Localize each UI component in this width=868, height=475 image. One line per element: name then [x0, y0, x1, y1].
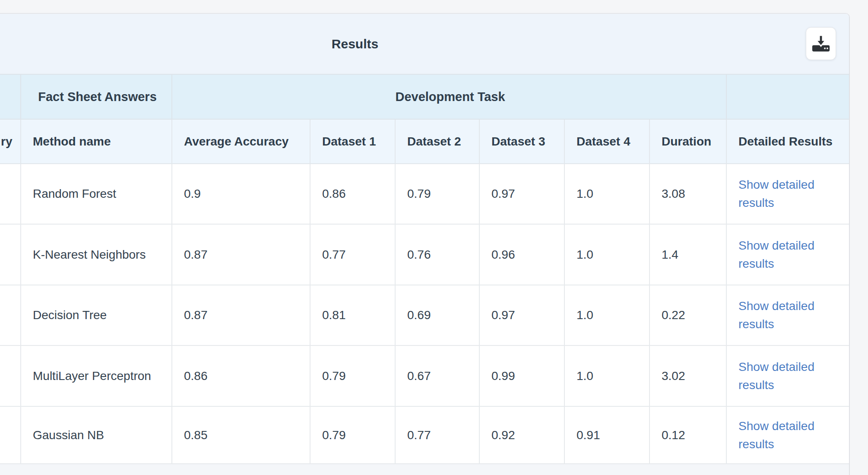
show-detailed-results-link[interactable]: Show detailed results — [738, 237, 840, 273]
dataset-1-cell: 0.77 — [310, 224, 395, 285]
column-header-method-name: Method name — [21, 119, 172, 164]
table-row: MultiLayer Perceptron 0.86 0.79 0.67 0.9… — [0, 345, 850, 406]
column-header-duration: Duration — [649, 119, 726, 164]
results-header-band: Results — [0, 14, 849, 74]
method-name-cell: Random Forest — [21, 164, 172, 224]
column-header-truncated: ry — [0, 119, 21, 164]
detailed-results-cell: Show detailed results — [726, 406, 850, 464]
duration-cell: 3.02 — [649, 345, 726, 406]
average-accuracy-cell: 0.86 — [172, 345, 310, 406]
method-name-cell: MultiLayer Perceptron — [21, 345, 172, 406]
table-row: Random Forest 0.9 0.86 0.79 0.97 1.0 3.0… — [0, 164, 850, 224]
row-leading-cell — [0, 164, 21, 224]
column-header-row: ry Method name Average Accuracy Dataset … — [0, 119, 850, 164]
results-panel: Results Fact Sheet Answ — [0, 13, 850, 475]
dataset-3-cell: 0.97 — [479, 285, 564, 345]
dataset-1-cell: 0.79 — [310, 345, 395, 406]
table-row: Decision Tree 0.87 0.81 0.69 0.97 1.0 0.… — [0, 285, 850, 345]
duration-cell: 3.08 — [649, 164, 726, 224]
detailed-results-cell: Show detailed results — [726, 345, 850, 406]
detailed-results-cell: Show detailed results — [726, 164, 850, 224]
column-header-dataset-3: Dataset 3 — [479, 119, 564, 164]
detailed-results-cell: Show detailed results — [726, 285, 850, 345]
duration-cell: 0.22 — [649, 285, 726, 345]
method-name-cell: K-Nearest Neighbors — [21, 224, 172, 285]
average-accuracy-cell: 0.87 — [172, 224, 310, 285]
show-detailed-results-link[interactable]: Show detailed results — [738, 358, 840, 394]
download-button[interactable] — [806, 27, 836, 60]
dataset-1-cell: 0.79 — [310, 406, 395, 464]
row-leading-cell — [0, 406, 21, 464]
dataset-2-cell: 0.69 — [395, 285, 479, 345]
results-table: Fact Sheet Answers Development Task ry M… — [0, 74, 850, 464]
show-detailed-results-link[interactable]: Show detailed results — [738, 297, 840, 333]
group-header-development-task: Development Task — [172, 74, 726, 119]
average-accuracy-cell: 0.85 — [172, 406, 310, 464]
dataset-3-cell: 0.99 — [479, 345, 564, 406]
row-leading-cell — [0, 224, 21, 285]
dataset-4-cell: 0.91 — [564, 406, 649, 464]
dataset-4-cell: 1.0 — [564, 164, 649, 224]
group-header-leading — [0, 74, 21, 119]
table-row: K-Nearest Neighbors 0.87 0.77 0.76 0.96 … — [0, 224, 850, 285]
group-header-row: Fact Sheet Answers Development Task — [0, 74, 850, 119]
show-detailed-results-link[interactable]: Show detailed results — [738, 176, 840, 212]
column-header-detailed-results: Detailed Results — [726, 119, 850, 164]
row-leading-cell — [0, 285, 21, 345]
detailed-results-cell: Show detailed results — [726, 224, 850, 285]
dataset-2-cell: 0.76 — [395, 224, 479, 285]
dataset-3-cell: 0.97 — [479, 164, 564, 224]
dataset-1-cell: 0.81 — [310, 285, 395, 345]
dataset-4-cell: 1.0 — [564, 345, 649, 406]
method-name-cell: Decision Tree — [21, 285, 172, 345]
show-detailed-results-link[interactable]: Show detailed results — [738, 417, 840, 453]
download-tray-icon — [811, 33, 831, 54]
dataset-2-cell: 0.79 — [395, 164, 479, 224]
column-header-dataset-4: Dataset 4 — [564, 119, 649, 164]
column-header-dataset-2: Dataset 2 — [395, 119, 479, 164]
average-accuracy-cell: 0.87 — [172, 285, 310, 345]
group-header-fact-sheet: Fact Sheet Answers — [21, 74, 172, 119]
column-header-average-accuracy: Average Accuracy — [172, 119, 310, 164]
average-accuracy-cell: 0.9 — [172, 164, 310, 224]
row-leading-cell — [0, 345, 21, 406]
duration-cell: 0.12 — [649, 406, 726, 464]
page-title: Results — [332, 37, 378, 51]
dataset-2-cell: 0.67 — [395, 345, 479, 406]
dataset-1-cell: 0.86 — [310, 164, 395, 224]
dataset-2-cell: 0.77 — [395, 406, 479, 464]
column-header-dataset-1: Dataset 1 — [310, 119, 395, 164]
dataset-4-cell: 1.0 — [564, 285, 649, 345]
panel-footer-strip — [0, 464, 849, 475]
dataset-4-cell: 1.0 — [564, 224, 649, 285]
method-name-cell: Gaussian NB — [21, 406, 172, 464]
duration-cell: 1.4 — [649, 224, 726, 285]
dataset-3-cell: 0.92 — [479, 406, 564, 464]
group-header-trailing — [726, 74, 850, 119]
dataset-3-cell: 0.96 — [479, 224, 564, 285]
table-row: Gaussian NB 0.85 0.79 0.77 0.92 0.91 0.1… — [0, 406, 850, 464]
